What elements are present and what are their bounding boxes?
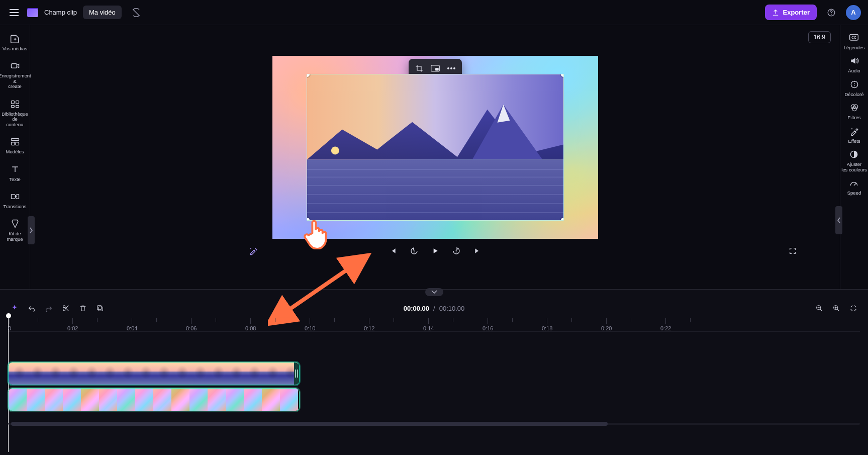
svg-rect-6: [16, 105, 19, 107]
ruler-subtick: [156, 318, 157, 322]
svg-rect-9: [15, 142, 19, 145]
project-title[interactable]: Ma vidéo: [83, 6, 122, 19]
rail-item-adjust-colors[interactable]: Ajuster les couleurs: [841, 149, 867, 172]
skip-end-button[interactable]: [470, 244, 485, 258]
sidebar-item-record-create[interactable]: Enregistrement & create: [1, 57, 30, 92]
svg-text:5: 5: [413, 250, 415, 253]
clip-thumb: [63, 362, 81, 385]
rail-item-speed[interactable]: Speed: [847, 177, 861, 196]
sync-off-icon[interactable]: [128, 5, 145, 20]
delete-button[interactable]: [76, 302, 89, 315]
clip-thumb: [117, 389, 135, 411]
ruler-tick-label: 0:12: [364, 325, 374, 331]
back-5s-button[interactable]: 5: [407, 244, 421, 258]
ruler-tick: 0:18: [542, 318, 552, 331]
user-avatar[interactable]: A: [846, 5, 861, 20]
speed-icon: [848, 177, 859, 189]
clip-thumb: [45, 362, 63, 385]
app-header: Champ clip Ma vidéo Exporter A: [0, 0, 868, 25]
duplicate-button[interactable]: [93, 302, 107, 315]
ruler-subtick: [275, 318, 275, 322]
ruler-tick: 0: [8, 318, 11, 331]
rail-label: Filtres: [848, 115, 861, 120]
rail-item-effects[interactable]: Effets: [848, 126, 860, 144]
svg-point-1: [831, 14, 832, 15]
play-button[interactable]: [428, 244, 442, 258]
svg-rect-3: [11, 101, 14, 104]
rail-item-fade[interactable]: Décoloré: [844, 79, 863, 97]
sidebar-item-templates[interactable]: Modèles: [1, 133, 30, 157]
skip-start-button[interactable]: [386, 244, 400, 258]
aspect-ratio-button[interactable]: 16:9: [808, 31, 831, 43]
selected-clip-frame[interactable]: [307, 74, 564, 221]
rail-label: Speed: [847, 191, 861, 196]
svg-rect-30: [98, 306, 102, 310]
preview-canvas[interactable]: [272, 56, 598, 239]
svg-point-22: [851, 81, 857, 87]
timeline-collapse-toggle[interactable]: [425, 288, 443, 296]
ruler-tick-label: 0:16: [483, 325, 493, 331]
svg-text:CC: CC: [852, 36, 857, 39]
clip-thumb: [244, 362, 262, 385]
help-button[interactable]: [823, 5, 840, 20]
clip-video-foreground[interactable]: [8, 362, 300, 385]
magic-tool-button[interactable]: [246, 244, 260, 258]
timeline-scrollbar[interactable]: [8, 421, 860, 426]
ruler-tick: 0:10: [305, 318, 315, 331]
export-button[interactable]: Exporter: [765, 5, 817, 20]
sidebar-item-content-library[interactable]: Bibliothèque de contenu: [1, 96, 30, 130]
forward-5s-button[interactable]: 5: [449, 244, 463, 258]
playhead-knob[interactable]: [6, 313, 11, 318]
scrollbar-thumb[interactable]: [11, 422, 608, 426]
rail-item-captions[interactable]: CC Légendes: [844, 32, 865, 50]
menu-button[interactable]: [7, 6, 21, 20]
ruler-tick-label: 0:06: [186, 325, 197, 331]
fullscreen-button[interactable]: [786, 244, 800, 258]
clip-background-gradient[interactable]: [8, 388, 300, 411]
ruler-tick-label: 0:02: [67, 325, 78, 331]
ruler-subtick: [216, 318, 216, 322]
zoom-in-button[interactable]: [830, 302, 843, 315]
clip-thumb: [63, 389, 81, 411]
brand-kit-icon: [10, 218, 21, 229]
undo-button[interactable]: [25, 302, 38, 315]
zoom-out-button[interactable]: [813, 302, 826, 315]
svg-rect-2: [11, 64, 17, 68]
sidebar-item-brand-kit[interactable]: Kit de marque: [1, 215, 30, 245]
timeline-ruler[interactable]: 00:020:040:060:080:100:120:140:160:180:2…: [8, 318, 860, 332]
split-button[interactable]: [59, 302, 72, 315]
track-video[interactable]: [8, 362, 860, 385]
svg-point-14: [453, 67, 455, 69]
right-rail: CC Légendes Audio Décoloré Filtres Effet…: [840, 25, 868, 289]
svg-rect-4: [16, 101, 19, 104]
ruler-tick: 0:02: [67, 318, 78, 331]
track-background[interactable]: [8, 388, 860, 411]
more-options-button[interactable]: [445, 62, 458, 75]
ruler-subtick: [453, 318, 453, 322]
clip-thumb: [135, 389, 153, 411]
clip-thumb: [171, 362, 189, 385]
timeline-toolbar: 00:00.00 / 00:10.00: [0, 299, 868, 318]
right-panel-toggle[interactable]: [835, 206, 842, 234]
clip-trim-right[interactable]: [294, 362, 299, 385]
templates-icon: [10, 136, 21, 147]
rail-item-filters[interactable]: Filtres: [848, 102, 861, 120]
fit-timeline-button[interactable]: [847, 302, 860, 315]
ruler-tick-label: 0:10: [305, 325, 315, 331]
auto-compose-button[interactable]: [8, 302, 21, 315]
rail-label: Ajuster les couleurs: [841, 162, 867, 172]
clip-thumb: [99, 362, 117, 385]
ruler-subtick: [38, 318, 38, 322]
file-plus-icon: [10, 33, 21, 44]
crop-button[interactable]: [413, 62, 426, 75]
sidebar-item-transitions[interactable]: Transitions: [1, 188, 30, 212]
sidebar-item-media[interactable]: Vos médias: [1, 30, 30, 54]
redo-button[interactable]: [42, 302, 55, 315]
time-total: 00:10.00: [439, 305, 465, 312]
pip-button[interactable]: [429, 62, 442, 75]
ruler-subtick: [512, 318, 513, 322]
sidebar-item-text[interactable]: Texte: [1, 161, 30, 185]
rail-item-audio[interactable]: Audio: [848, 55, 860, 73]
export-label: Exporter: [783, 9, 810, 16]
clip-thumb: [27, 389, 45, 411]
